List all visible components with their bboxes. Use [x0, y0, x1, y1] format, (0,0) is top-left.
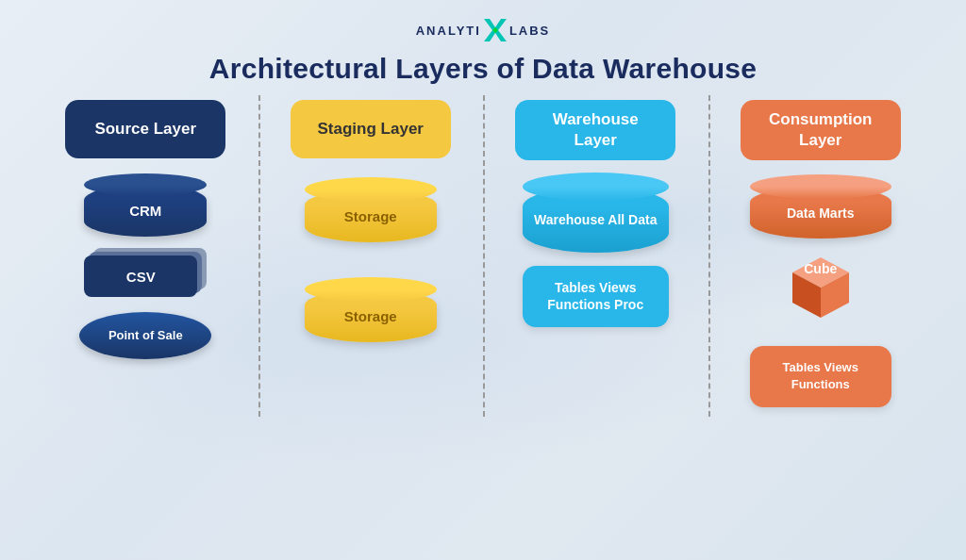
- header: ANALYTI LABS Architectural Layers of Dat…: [0, 0, 966, 100]
- pos-oval: Point of Sale: [79, 312, 211, 359]
- warehouse-column: Warehouse Layer Warehouse All Data Table…: [483, 100, 708, 407]
- staging-items: Storage Storage: [266, 189, 476, 342]
- warehouse-tvfp-rect: Tables Views Functions Proc: [523, 266, 669, 326]
- storage-label-1: Storage: [344, 208, 397, 224]
- warehouse-tvfp-label: Tables Views Functions Proc: [532, 279, 659, 313]
- data-marts-cylinder: Data Marts: [750, 187, 891, 239]
- csv-stack: CSV: [84, 248, 207, 301]
- pos-label: Point of Sale: [108, 328, 183, 343]
- storage-cylinder-2: Storage: [305, 289, 437, 342]
- staging-column: Staging Layer Storage Storage: [258, 100, 484, 407]
- page-title: Architectural Layers of Data Warehouse: [209, 53, 757, 85]
- source-column: Source Layer CRM CSV Point of Sale: [33, 100, 258, 407]
- warehouse-all-data-cylinder: Warehouse All Data: [523, 187, 669, 253]
- logo-text-right: LABS: [509, 24, 550, 38]
- main-container: ANALYTI LABS Architectural Layers of Dat…: [0, 0, 966, 560]
- warehouse-all-data-label: Warehouse All Data: [534, 211, 657, 228]
- source-layer-header: Source Layer: [65, 100, 225, 158]
- consumption-items: Data Marts Cube: [716, 187, 926, 406]
- tvf-rect: Tables Views Functions: [750, 346, 891, 406]
- tvf-label: Tables Views Functions: [759, 359, 882, 393]
- logo-icon: [482, 17, 508, 43]
- source-items: CRM CSV Point of Sale: [41, 185, 251, 359]
- cube-label: Cube: [804, 261, 837, 276]
- consumption-column: Consumption Layer Data Marts: [708, 100, 934, 407]
- crm-cylinder: CRM: [84, 185, 207, 237]
- consumption-layer-header: Consumption Layer: [741, 100, 901, 160]
- crm-label: CRM: [129, 203, 161, 219]
- logo: ANALYTI LABS: [416, 17, 551, 43]
- csv-card-front: CSV: [84, 255, 197, 297]
- logo-text-left: ANALYTI: [416, 24, 481, 38]
- cube-shape: Cube: [783, 250, 858, 335]
- warehouse-items: Warehouse All Data Tables Views Function…: [491, 187, 701, 326]
- staging-layer-header: Staging Layer: [291, 100, 451, 158]
- diagram: Source Layer CRM CSV Point of Sale: [0, 100, 966, 407]
- storage-label-2: Storage: [344, 308, 397, 324]
- data-marts-label: Data Marts: [787, 206, 855, 221]
- warehouse-layer-header: Warehouse Layer: [515, 100, 675, 160]
- csv-label: CSV: [126, 269, 156, 285]
- storage-cylinder-1: Storage: [305, 189, 437, 242]
